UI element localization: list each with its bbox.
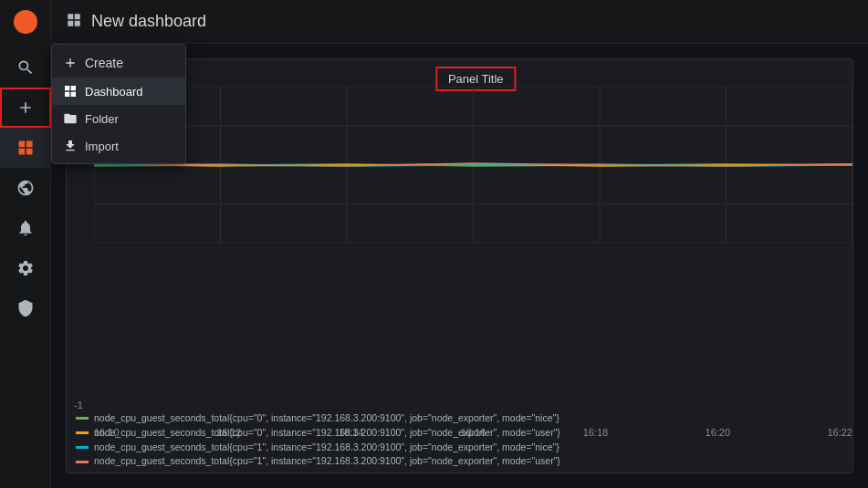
topbar: New dashboard [51,0,868,44]
create-dropdown: Create Dashboard Folder Import [51,44,186,164]
legend-color-1 [76,431,89,434]
explore-icon[interactable] [0,168,51,208]
legend-item-2: node_cpu_guest_seconds_total{cpu="1", in… [76,441,843,455]
dropdown-folder[interactable]: Folder [52,105,185,132]
dropdown-dashboard[interactable]: Dashboard [52,78,185,105]
configuration-icon[interactable] [0,248,51,288]
legend: node_cpu_guest_seconds_total{cpu="0", in… [76,411,843,469]
create-button[interactable] [0,88,51,128]
page-title: New dashboard [91,12,206,31]
dashboards-icon[interactable] [0,128,51,168]
grafana-logo[interactable] [0,0,51,44]
legend-label-1: node_cpu_guest_seconds_total{cpu="0", in… [94,426,560,441]
alerting-icon[interactable] [0,208,51,248]
legend-color-0 [76,417,89,420]
search-icon[interactable] [0,47,51,88]
svg-point-2 [21,17,30,26]
legend-label-3: node_cpu_guest_seconds_total{cpu="1", in… [94,454,560,469]
legend-color-2 [76,446,89,449]
legend-label-2: node_cpu_guest_seconds_total{cpu="1", in… [94,441,559,455]
dropdown-title: Create [52,48,185,78]
dashboard-grid-icon [66,12,82,31]
legend-item-3: node_cpu_guest_seconds_total{cpu="1", in… [76,454,843,469]
server-admin-icon[interactable] [0,288,51,328]
y-axis-bottom-label: -1 [74,400,83,410]
legend-item-0: node_cpu_guest_seconds_total{cpu="0", in… [76,411,843,426]
dropdown-import[interactable]: Import [52,132,185,160]
legend-color-3 [76,461,89,463]
sidebar [0,0,51,488]
legend-item-1: node_cpu_guest_seconds_total{cpu="0", in… [76,426,843,441]
legend-label-0: node_cpu_guest_seconds_total{cpu="0", in… [94,411,559,426]
chart-svg [94,87,852,244]
